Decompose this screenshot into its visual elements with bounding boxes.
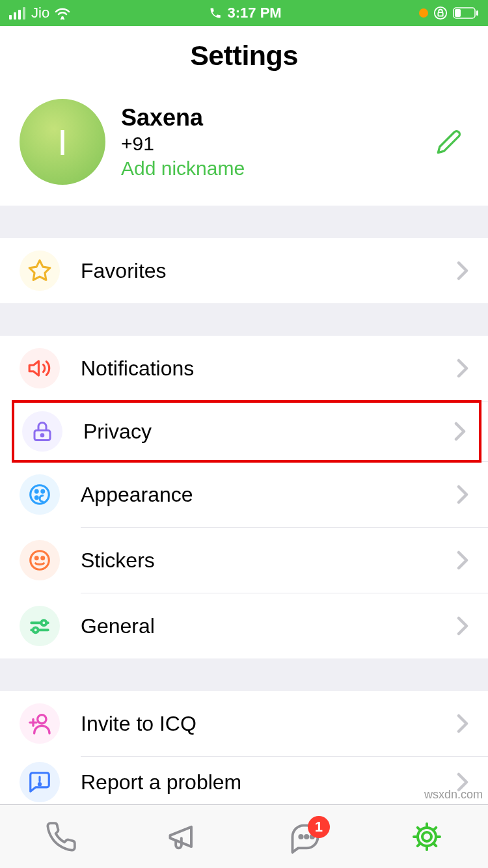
row-label: Invite to ICQ [81, 712, 457, 736]
list-section: Invite to ICQ Report a problem [0, 691, 488, 807]
svg-point-31 [305, 835, 308, 837]
wifi-icon [53, 7, 72, 20]
section-gap [0, 206, 488, 238]
add-user-icon [27, 711, 53, 737]
sliders-icon [27, 614, 52, 638]
carrier-label: Jio [31, 5, 49, 21]
chevron-right-icon [457, 485, 468, 504]
add-nickname-button[interactable]: Add nickname [121, 157, 429, 180]
svg-point-25 [38, 715, 46, 724]
tab-channels[interactable] [163, 817, 202, 856]
phone-outline-icon [45, 821, 77, 853]
star-icon [27, 258, 52, 283]
svg-point-24 [33, 627, 38, 632]
row-label: Notifications [81, 357, 457, 381]
watermark: wsxdn.com [424, 788, 483, 802]
svg-point-13 [41, 434, 44, 437]
svg-rect-3 [23, 7, 25, 20]
header: Settings [0, 26, 488, 85]
svg-point-16 [42, 490, 44, 493]
row-invite[interactable]: Invite to ICQ [0, 691, 488, 756]
svg-point-20 [42, 557, 44, 560]
status-left: Jio [9, 5, 72, 21]
tab-chats[interactable]: 1 [286, 817, 325, 856]
row-appearance[interactable]: Appearance [0, 462, 488, 527]
svg-point-22 [41, 620, 46, 625]
status-right [419, 6, 479, 20]
svg-rect-6 [438, 12, 442, 16]
svg-rect-0 [9, 15, 12, 20]
list-section: Favorites [0, 238, 488, 303]
svg-point-4 [61, 16, 64, 19]
row-label: Stickers [81, 549, 457, 573]
svg-point-33 [422, 832, 431, 841]
svg-rect-1 [14, 12, 16, 20]
edit-profile-button[interactable] [429, 129, 468, 155]
profile-phone: +91 [121, 133, 429, 155]
indicator-dot-icon [419, 8, 428, 18]
pencil-icon [436, 129, 462, 155]
time-label: 3:17 PM [227, 5, 281, 21]
svg-point-30 [299, 835, 302, 837]
svg-point-19 [35, 557, 38, 560]
list-section: Notifications Privacy Appearance Sticker… [0, 336, 488, 658]
svg-marker-10 [29, 260, 50, 280]
phone-icon [209, 7, 222, 20]
smiley-icon [27, 548, 52, 573]
chats-badge: 1 [308, 816, 330, 838]
row-report[interactable]: Report a problem [0, 757, 488, 807]
avatar-initial: I [57, 121, 68, 163]
tab-settings[interactable] [407, 817, 446, 856]
row-label: Report a problem [81, 770, 457, 794]
row-notifications[interactable]: Notifications [0, 336, 488, 401]
avatar[interactable]: I [20, 99, 105, 185]
report-icon [27, 770, 52, 794]
palette-icon [27, 482, 52, 507]
svg-point-18 [31, 551, 49, 570]
gear-icon [411, 821, 442, 852]
chevron-right-icon [457, 616, 468, 636]
chevron-right-icon [457, 261, 468, 280]
row-favorites[interactable]: Favorites [0, 238, 488, 303]
row-privacy[interactable]: Privacy [12, 400, 481, 463]
svg-marker-11 [29, 361, 38, 375]
status-center: 3:17 PM [209, 5, 281, 21]
svg-rect-2 [18, 10, 21, 20]
chevron-right-icon [454, 422, 466, 441]
row-general[interactable]: General [0, 593, 488, 658]
row-label: Privacy [83, 420, 454, 444]
lock-icon [31, 420, 54, 443]
profile-info: Saxena +91 Add nickname [121, 104, 429, 180]
chevron-right-icon [457, 714, 468, 733]
chevron-right-icon [457, 550, 468, 570]
profile-name: Saxena [121, 104, 429, 131]
svg-rect-9 [476, 10, 478, 16]
status-bar: Jio 3:17 PM [0, 0, 488, 26]
page-title: Settings [190, 40, 298, 72]
chevron-right-icon [457, 359, 468, 378]
orientation-lock-icon [433, 6, 448, 20]
battery-icon [453, 7, 479, 19]
tab-bar: 1 [0, 804, 488, 868]
row-stickers[interactable]: Stickers [0, 528, 488, 593]
speaker-icon [27, 356, 52, 381]
svg-point-29 [38, 783, 40, 785]
svg-point-17 [35, 496, 38, 499]
section-gap [0, 658, 488, 691]
svg-point-15 [35, 490, 38, 493]
signal-icon [9, 7, 27, 20]
row-label: Favorites [81, 259, 457, 283]
svg-rect-8 [455, 9, 461, 17]
tab-calls[interactable] [42, 817, 81, 856]
section-gap [0, 303, 488, 336]
row-label: Appearance [81, 483, 457, 507]
profile-section[interactable]: I Saxena +91 Add nickname [0, 85, 488, 206]
megaphone-icon [166, 820, 200, 854]
row-label: General [81, 614, 457, 638]
